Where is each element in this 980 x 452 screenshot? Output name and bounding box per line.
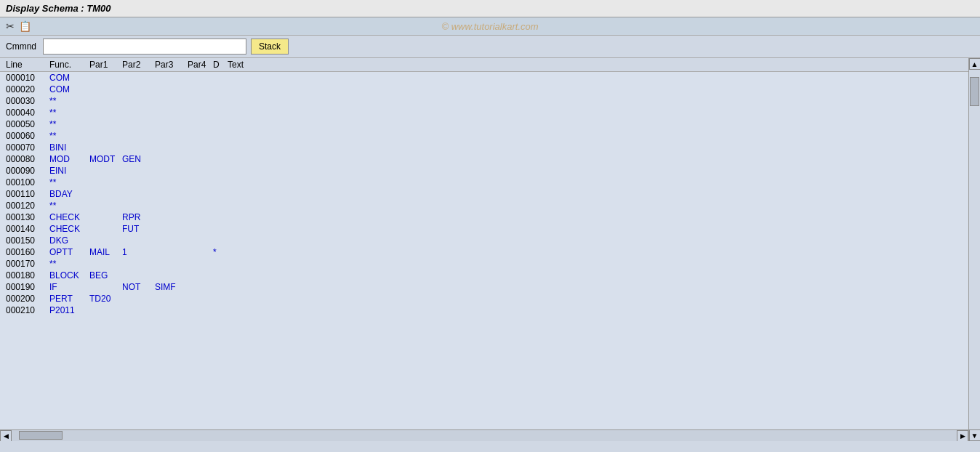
watermark: © www.tutorialkart.com [441, 21, 538, 32]
cell-func: ** [49, 108, 89, 118]
table-row[interactable]: 000150 DKG [0, 235, 980, 246]
cell-line: 000020 [6, 84, 49, 94]
cell-func: ** [49, 131, 89, 141]
scroll-up-arrow[interactable]: ▲ [969, 58, 981, 70]
cell-func: COM [49, 73, 89, 83]
cell-func: CHECK [49, 224, 89, 234]
cell-par2: GEN [122, 154, 155, 164]
header-func: Func. [49, 60, 89, 70]
cell-line: 000090 [6, 166, 49, 176]
cell-line: 000100 [6, 177, 49, 187]
scroll-right-arrow[interactable]: ▶ [957, 430, 968, 442]
cell-par2: 1 [122, 247, 155, 257]
toolbar: ✂ 📋 © www.tutorialkart.com [0, 17, 980, 36]
table-row[interactable]: 000190 IF NOT SIMF [0, 281, 980, 293]
title-bar: Display Schema : TM00 [0, 0, 980, 17]
scroll-track[interactable] [12, 430, 957, 441]
cell-func: ** [49, 119, 89, 129]
header-par3: Par3 [155, 60, 188, 70]
cell-par2: RPR [122, 212, 155, 222]
command-input[interactable] [43, 39, 246, 55]
cell-line: 000210 [6, 305, 49, 315]
cell-func: ** [49, 201, 89, 211]
table-row[interactable]: 000070 BINI [0, 142, 980, 153]
cell-line: 000130 [6, 212, 49, 222]
table-row[interactable]: 000140 CHECK FUT [0, 223, 980, 235]
header-par4: Par4 [188, 60, 213, 70]
table-row[interactable]: 000010 COM [0, 72, 980, 84]
cell-line: 000190 [6, 282, 49, 292]
cell-func: BINI [49, 142, 89, 153]
cell-par2: NOT [122, 282, 155, 292]
cell-func: MOD [49, 154, 89, 164]
scroll-thumb-v[interactable] [970, 77, 979, 106]
table-row[interactable]: 000090 EINI [0, 165, 980, 177]
table-row[interactable]: 000180 BLOCK BEG [0, 270, 980, 281]
command-bar: Cmmnd Stack [0, 36, 980, 58]
cell-line: 000070 [6, 142, 49, 153]
table-row[interactable]: 000170 ** [0, 258, 980, 270]
cell-line: 000120 [6, 201, 49, 211]
command-label: Cmmnd [6, 41, 39, 52]
header-text: Text [228, 60, 974, 70]
cell-line: 000060 [6, 131, 49, 141]
cell-par1: TD20 [89, 294, 122, 304]
scroll-track-v[interactable] [969, 70, 980, 429]
table-row[interactable]: 000200 PERT TD20 [0, 293, 980, 304]
cell-line: 000010 [6, 73, 49, 83]
cell-func: ** [49, 96, 89, 106]
cell-func: IF [49, 282, 89, 292]
cell-line: 000040 [6, 108, 49, 118]
table-row[interactable]: 000130 CHECK RPR [0, 211, 980, 223]
table-row[interactable]: 000060 ** [0, 130, 980, 142]
cell-func: CHECK [49, 212, 89, 222]
table-row[interactable]: 000020 COM [0, 84, 980, 95]
cell-func: COM [49, 84, 89, 94]
cell-func: P2011 [49, 305, 89, 315]
table-row[interactable]: 000160 OPTT MAIL 1 * [0, 246, 980, 258]
horizontal-scrollbar[interactable]: ◀ ▶ [0, 429, 968, 441]
cell-func: EINI [49, 166, 89, 176]
cell-func: PERT [49, 294, 89, 304]
cell-line: 000030 [6, 96, 49, 106]
scroll-down-arrow[interactable]: ▼ [969, 429, 981, 441]
table-row[interactable]: 000030 ** [0, 95, 980, 107]
cell-func: ** [49, 259, 89, 269]
cell-line: 000160 [6, 247, 49, 257]
table-row[interactable]: 000100 ** [0, 177, 980, 188]
cell-par1: MAIL [89, 247, 122, 257]
table-row[interactable]: 000040 ** [0, 107, 980, 118]
scroll-left-arrow[interactable]: ◀ [0, 430, 12, 442]
copy-icon[interactable]: 📋 [19, 20, 31, 32]
cell-line: 000170 [6, 259, 49, 269]
column-headers: Line Func. Par1 Par2 Par3 Par4 D Text [0, 58, 980, 72]
table-row[interactable]: 000050 ** [0, 118, 980, 130]
cell-par1: BEG [89, 270, 122, 281]
page-title: Display Schema : TM00 [6, 3, 111, 14]
cell-line: 000110 [6, 189, 49, 199]
main-content: Line Func. Par1 Par2 Par3 Par4 D Text 00… [0, 58, 980, 441]
cell-func: OPTT [49, 247, 89, 257]
stack-button[interactable]: Stack [251, 39, 289, 55]
scroll-thumb[interactable] [19, 431, 63, 440]
header-par2: Par2 [122, 60, 155, 70]
vertical-scrollbar[interactable]: ▲ ▼ [968, 58, 980, 441]
table-row[interactable]: 000110 BDAY [0, 188, 980, 200]
cell-line: 000050 [6, 119, 49, 129]
scissors-icon[interactable]: ✂ [6, 20, 15, 32]
cell-line: 000140 [6, 224, 49, 234]
cell-func: BLOCK [49, 270, 89, 281]
table-row[interactable]: 000120 ** [0, 200, 980, 211]
cell-line: 000200 [6, 294, 49, 304]
cell-func: BDAY [49, 189, 89, 199]
cell-d: * [213, 247, 228, 257]
table-row[interactable]: 000080 MOD MODT GEN [0, 153, 980, 165]
cell-line: 000180 [6, 270, 49, 281]
cell-func: DKG [49, 235, 89, 246]
header-line: Line [6, 60, 49, 70]
table-row[interactable]: 000210 P2011 [0, 304, 980, 316]
data-table: 000010 COM 000020 COM 000030 ** 000040 *… [0, 72, 980, 316]
cell-func: ** [49, 177, 89, 187]
cell-line: 000150 [6, 235, 49, 246]
cell-par3: SIMF [155, 282, 188, 292]
